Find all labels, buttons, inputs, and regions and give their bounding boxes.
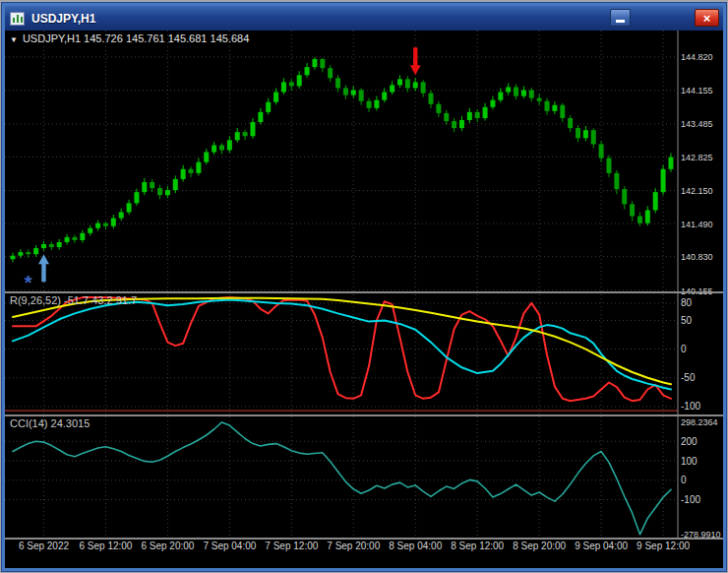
- candle-body: [668, 158, 673, 169]
- candle-body: [452, 121, 456, 128]
- pane-separator[interactable]: [5, 414, 723, 416]
- time-axis-label: 6 Sep 2022: [19, 541, 70, 551]
- candle-body: [312, 59, 317, 67]
- candle-body: [212, 145, 216, 152]
- candle-body: [367, 101, 372, 108]
- candle-body: [444, 113, 449, 121]
- title-bar[interactable]: USDJPY,H1 ×: [5, 6, 723, 31]
- candle-body: [18, 252, 23, 256]
- time-axis-label: 9 Sep 12:00: [637, 541, 690, 551]
- candle-body: [119, 212, 124, 218]
- time-axis-label: 7 Sep 04:00: [203, 541, 256, 551]
- chart-window: USDJPY,H1 × 6 Sep 20226 Sep 12:006 Sep 2…: [2, 3, 726, 571]
- candle-body: [630, 204, 635, 216]
- candle-body: [382, 93, 387, 100]
- candle-body: [142, 182, 147, 192]
- candle-body: [11, 256, 16, 260]
- candle-body: [359, 91, 364, 101]
- time-axis-label: 8 Sep 20:00: [513, 541, 566, 551]
- candle-body: [41, 244, 46, 248]
- candle-body: [328, 68, 333, 78]
- candle-body: [583, 130, 588, 138]
- candle-body: [95, 223, 100, 228]
- price-axis-label: 100: [681, 456, 698, 467]
- price-axis-label: 298.2364: [681, 417, 718, 427]
- candle-body: [545, 101, 550, 111]
- candle-body: [72, 237, 77, 240]
- candle-body: [397, 79, 402, 85]
- time-axis-label: 8 Sep 12:00: [451, 541, 504, 551]
- time-axis-label: 6 Sep 20:00: [141, 541, 194, 551]
- candle-body: [289, 82, 294, 86]
- price-chart-svg[interactable]: 6 Sep 20226 Sep 12:006 Sep 20:007 Sep 04…: [5, 31, 723, 568]
- candle-body: [537, 98, 542, 101]
- candle-body: [335, 78, 340, 88]
- candle-body: [405, 79, 410, 88]
- candle-body: [614, 173, 619, 189]
- candle-body: [529, 91, 534, 98]
- price-axis-label: 80: [681, 297, 693, 308]
- window-title: USDJPY,H1: [31, 12, 95, 26]
- price-axis-label: 142.825: [681, 153, 713, 162]
- candle-body: [189, 169, 194, 173]
- pane-separator[interactable]: [5, 538, 723, 540]
- candle-body: [459, 120, 464, 128]
- chart-client-area[interactable]: 6 Sep 20226 Sep 12:006 Sep 20:007 Sep 04…: [5, 31, 723, 568]
- time-axis-label: 9 Sep 04:00: [575, 541, 628, 551]
- candle-body: [661, 169, 666, 192]
- candle-body: [173, 179, 178, 190]
- candle-body: [351, 91, 356, 96]
- chart-icon: [10, 11, 26, 27]
- close-button[interactable]: ×: [695, 9, 719, 27]
- close-icon: ×: [703, 11, 711, 26]
- time-axis-label: 7 Sep 12:00: [265, 541, 318, 551]
- price-axis-label: 144.155: [681, 86, 713, 96]
- candle-body: [57, 242, 62, 247]
- candle-body: [165, 190, 170, 195]
- candle-body: [421, 82, 426, 93]
- candle-body: [250, 122, 255, 136]
- price-axis-label: -100: [681, 494, 700, 505]
- time-axis-label: 8 Sep 04:00: [389, 541, 442, 551]
- candle-body: [645, 210, 650, 223]
- minimize-button[interactable]: [610, 9, 631, 27]
- candle-body: [219, 145, 224, 150]
- candle-body: [127, 203, 132, 212]
- candle-body: [591, 130, 596, 144]
- candle-body: [506, 87, 511, 92]
- candle-body: [568, 118, 573, 128]
- candle-body: [413, 82, 418, 88]
- candle-body: [498, 93, 503, 100]
- candle-body: [576, 128, 580, 138]
- candle-body: [320, 59, 325, 68]
- candle-body: [181, 169, 186, 179]
- candle-body: [552, 105, 557, 111]
- price-axis-label: 50: [681, 315, 693, 326]
- candle-body: [653, 192, 658, 210]
- candle-body: [26, 252, 30, 254]
- candle-body: [390, 85, 394, 92]
- candle-body: [637, 217, 642, 223]
- candle-body: [428, 94, 433, 104]
- candle-body: [343, 88, 348, 95]
- price-axis-label: 0: [681, 344, 687, 354]
- pane-separator[interactable]: [5, 291, 723, 293]
- candle-body: [65, 237, 70, 242]
- candle-body: [475, 112, 480, 118]
- candle-body: [514, 87, 518, 96]
- candle-body: [436, 104, 441, 113]
- price-axis-label: 0: [681, 475, 687, 485]
- candle-body: [281, 82, 286, 92]
- price-axis-label: 140.155: [681, 286, 713, 296]
- price-axis-label: 200: [681, 436, 698, 447]
- candle-body: [204, 153, 209, 162]
- candle-body: [196, 162, 201, 173]
- candle-body: [49, 244, 54, 247]
- collapse-toggle-icon[interactable]: ▼: [10, 35, 18, 44]
- star-marker-icon[interactable]: *: [25, 272, 32, 293]
- candle-body: [258, 112, 263, 122]
- candle-body: [243, 132, 248, 136]
- price-axis-label: 142.150: [681, 186, 713, 196]
- candle-body: [606, 159, 611, 173]
- candle-body: [374, 100, 379, 108]
